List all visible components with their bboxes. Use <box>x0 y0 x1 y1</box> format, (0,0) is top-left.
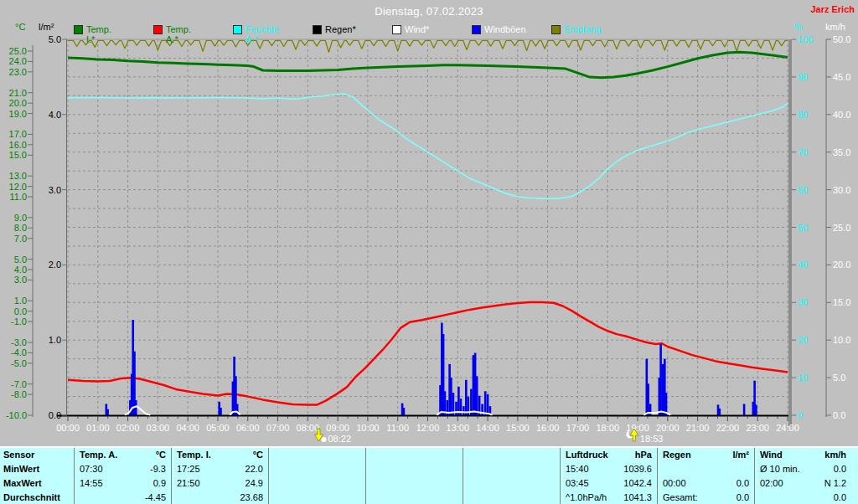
hour-label: 18:00 <box>596 423 619 433</box>
stats-cell-row2: 00:000.0 <box>658 476 754 491</box>
stats-row-label-3: Durchschnitt <box>0 491 74 504</box>
stat-time: 17:25 <box>177 462 200 476</box>
gust-bar <box>463 406 465 415</box>
celsius-tick-label: -3.0 <box>11 337 27 347</box>
stats-col-empty-4 <box>463 448 560 504</box>
legend-color-swatch <box>392 25 401 34</box>
stats-cell-row3: 23.68 <box>172 491 268 504</box>
humidity-tick-label: 10 <box>798 373 808 383</box>
legend-color-swatch <box>551 25 561 34</box>
stat-value: 1041.3 <box>623 491 652 504</box>
hour-label: 07:00 <box>266 423 290 433</box>
stats-cell-row1: 07:30-9.3 <box>75 462 171 476</box>
stat-time: 15:40 <box>566 462 589 476</box>
wind-tick-label: 45.0 <box>833 72 850 82</box>
gust-bar <box>647 383 649 415</box>
gust-bar <box>476 376 478 415</box>
gust-bar <box>719 409 721 415</box>
humidity-tick-label: 30 <box>798 297 808 307</box>
celsius-tick-label: 23.0 <box>9 67 27 77</box>
sensor-name: Luftdruck <box>566 448 608 462</box>
stat-time: Ø 10 min. <box>760 462 800 476</box>
legend-label: Feuchte A.* <box>246 24 279 44</box>
sensor-name: Temp. A. <box>80 448 117 462</box>
hour-label: 16:00 <box>536 423 560 433</box>
weather-app-window: 25.024.023.021.020.019.017.016.015.013.0… <box>0 0 858 504</box>
hour-label: 22:00 <box>716 423 740 433</box>
hour-label: 05:00 <box>206 423 230 433</box>
stats-cell-row1 <box>463 462 560 476</box>
stat-time: 00:00 <box>663 476 686 491</box>
humidity-tick-label: 80 <box>798 110 808 120</box>
hour-label: 01:00 <box>86 423 110 433</box>
celsius-tick-label: 13.0 <box>9 171 27 181</box>
stats-cell-row1 <box>269 462 365 476</box>
celsius-tick-label: -4.0 <box>11 347 27 357</box>
celsius-tick-label: 5.0 <box>14 255 27 265</box>
series-temp-a <box>68 302 788 405</box>
stats-row-label-2: MaxWert <box>0 476 74 491</box>
celsius-tick-label: 4.0 <box>14 265 27 275</box>
hour-label: 03:00 <box>147 423 170 433</box>
humidity-tick-label: 0 <box>798 410 803 420</box>
wind-tick-label: 20.0 <box>833 260 850 270</box>
celsius-tick-label: 16.0 <box>9 140 27 150</box>
hour-label: 13:00 <box>447 423 470 433</box>
humidity-tick-label: 50 <box>798 223 808 233</box>
daily-stats-table: SensorMinWertMaxWertDurchschnittTemp. A.… <box>0 446 858 504</box>
stat-value: 0.0 <box>737 476 749 491</box>
humidity-tick-label: 20 <box>798 335 808 345</box>
stats-col-luftdruck: LuftdruckhPa15:401039.603:451042.4^1.0hP… <box>560 448 657 504</box>
stats-cell-row2: 02:00N 1.2 <box>755 476 851 491</box>
station-owner-label: Jarz Erich <box>810 4 855 14</box>
stat-time: ^1.0hPa/h <box>566 491 607 504</box>
stats-col-wind: Windkm/hØ 10 min.0.002:00N 1.20.0 <box>754 448 851 504</box>
rain-tick-label: 5.0 <box>49 34 61 44</box>
stats-cell-row1: 15:401039.6 <box>561 462 657 476</box>
celsius-tick-label: 24.0 <box>9 56 27 66</box>
rain-tick-label: 0.0 <box>49 410 61 420</box>
celsius-tick-label: 8.0 <box>14 223 27 233</box>
celsius-tick-label: -1.0 <box>11 316 27 327</box>
stat-value: 0.0 <box>834 462 846 476</box>
stats-cell-row1 <box>658 462 754 476</box>
stats-col-temp-i: Temp. I.°C17:2522.021:5024.923.68 <box>171 448 268 504</box>
celsius-tick-label: -10.0 <box>6 410 27 420</box>
sensor-unit: hPa <box>635 448 652 462</box>
plot-border-right-thick <box>788 39 792 426</box>
stats-cell-row0 <box>366 448 463 462</box>
hour-label: 00:00 <box>56 423 80 433</box>
hour-label: 14:00 <box>476 423 499 433</box>
hour-label: 06:00 <box>236 423 260 433</box>
legend-color-swatch <box>74 25 83 34</box>
celsius-tick-label: 25.0 <box>9 46 27 56</box>
celsius-tick-label: -8.0 <box>11 389 27 399</box>
stats-cell-row2 <box>366 476 463 491</box>
hour-label: 12:00 <box>416 423 440 433</box>
gust-bar <box>487 394 489 415</box>
stats-cell-row2: 14:550.9 <box>75 476 171 491</box>
celsius-tick-label: 9.0 <box>14 213 27 223</box>
legend-label: Windböen <box>484 24 526 34</box>
hour-label: 21:00 <box>686 423 710 433</box>
sensor-name: Wind <box>760 448 783 462</box>
legend-label: Temp. I.* <box>86 24 111 44</box>
wind-tick-label: 0.0 <box>833 410 845 420</box>
gust-bar <box>457 387 460 415</box>
hour-label: 20:00 <box>656 423 680 433</box>
stats-cell-row3: ^1.0hPa/h1041.3 <box>561 491 657 504</box>
stats-cell-row0: LuftdruckhPa <box>561 448 657 462</box>
humidity-tick-label: 100 <box>798 34 813 44</box>
axis-unit-celsius: °C <box>15 22 25 32</box>
stat-time: Gesamt: <box>663 491 698 504</box>
rain-tick-label: 4.0 <box>49 110 61 120</box>
hour-label: 02:00 <box>116 423 140 433</box>
wind-tick-label: 30.0 <box>833 185 850 195</box>
stat-value: N 1.2 <box>824 476 846 491</box>
stat-time: 14:55 <box>80 476 103 491</box>
stats-col-empty-2 <box>268 448 365 504</box>
gust-bar <box>220 408 222 415</box>
stat-value: 0.0 <box>834 491 846 504</box>
celsius-tick-label: 19.0 <box>9 109 27 119</box>
weather-chart: 25.024.023.021.020.019.017.016.015.013.0… <box>0 0 858 446</box>
